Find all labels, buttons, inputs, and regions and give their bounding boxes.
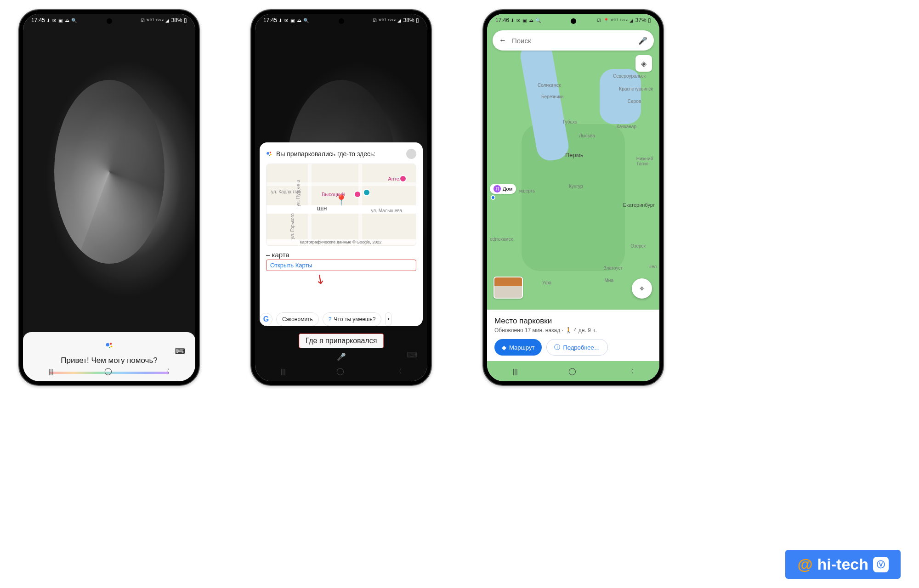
- keyboard-icon[interactable]: ⌨: [407, 351, 417, 359]
- open-maps-link[interactable]: Открыть Карты: [266, 260, 416, 271]
- streetview-thumbnail[interactable]: [494, 277, 523, 299]
- city-label: Нижний Тагил: [636, 156, 653, 166]
- map-name: – карта: [266, 251, 416, 259]
- layers-button[interactable]: ◈: [635, 55, 652, 72]
- home-label: Дом: [503, 186, 512, 192]
- svg-point-2: [110, 345, 112, 347]
- status-left-icons: ⬇ ✉ ▣ ⛰ 🔍: [511, 18, 541, 23]
- street-label: ул. Горького: [290, 213, 295, 239]
- mic-icon[interactable]: 🎤: [337, 352, 346, 361]
- status-time: 17:46: [495, 17, 509, 23]
- nav-home[interactable]: ◯: [568, 367, 576, 375]
- layers-icon: ◈: [641, 59, 647, 68]
- place-title: Место парковки: [494, 317, 652, 326]
- phone-google-maps: Пермь Соликамск Березники Губаха Кунгур …: [482, 9, 664, 386]
- city-label: Лысьва: [579, 133, 595, 138]
- status-left-icons: ⬇ ✉ ▣ ⛰ 🔍: [46, 18, 77, 23]
- nav-recents[interactable]: |||: [48, 368, 54, 375]
- city-label: Уфа: [542, 280, 551, 285]
- chip-help[interactable]: ?Что ты умеешь?: [323, 312, 382, 326]
- phone-assistant-greeting: 17:45 ⬇ ✉ ▣ ⛰ 🔍 ☑ ᵂⁱᶠⁱ ˡᵗᵉ² ◢ 38% ▯ Прив…: [18, 9, 200, 386]
- svg-point-7: [269, 155, 270, 156]
- city-label: Серов: [628, 99, 641, 104]
- more-info-button[interactable]: ⓘПодробнее…: [546, 339, 607, 356]
- wallpaper: [23, 14, 195, 381]
- city-label: Екатеринбург: [623, 202, 655, 208]
- mini-map[interactable]: ул. Пушкина ул. Карла Либ ул. Малышева у…: [266, 164, 416, 246]
- city-label: Соликамск: [538, 83, 561, 88]
- watermark-at: @: [797, 555, 812, 573]
- nav-bar: ||| ◯ 〈: [487, 361, 659, 381]
- crosshair-icon: ⌖: [640, 284, 644, 294]
- city-label: Североуральск: [613, 74, 646, 79]
- nav-back[interactable]: 〈: [395, 367, 402, 376]
- status-time: 17:45: [263, 17, 277, 23]
- center-label: ЦЕН: [317, 206, 327, 211]
- google-chip[interactable]: G: [260, 313, 272, 326]
- search-input[interactable]: [512, 37, 633, 45]
- phone-assistant-parking-result: 17:45 ⬇ ✉ ▣ ⛰ 🔍 ☑ ᵂⁱᶠⁱ ˡᵗᵉ² ◢ 38% ▯ Вы п…: [250, 9, 432, 386]
- voice-search-icon[interactable]: 🎤: [638, 36, 647, 45]
- city-label: Златоуст: [603, 266, 623, 271]
- city-label: Озёрск: [630, 243, 646, 249]
- status-right-icons: ☑ ᵂⁱᶠⁱ ˡᵗᵉ² ◢: [141, 18, 170, 23]
- city-label: Кунгур: [569, 184, 583, 189]
- city-label: Березники: [541, 94, 564, 99]
- nav-back[interactable]: 〈: [163, 367, 170, 376]
- directions-button[interactable]: ◆Маршрут: [494, 339, 542, 356]
- hotel-icon: [354, 191, 361, 198]
- street-label: ул. Карла Либ: [271, 189, 301, 194]
- nav-home[interactable]: ◯: [104, 367, 112, 375]
- watermark: @ hi-tech ⓥ: [785, 550, 901, 579]
- city-label: ефтекамск: [490, 237, 513, 242]
- svg-point-1: [109, 343, 112, 345]
- nav-back[interactable]: 〈: [627, 367, 634, 376]
- my-location-button[interactable]: ⌖: [632, 278, 652, 299]
- status-time: 17:45: [31, 17, 45, 23]
- my-location-dot: [491, 195, 495, 200]
- assistant-result-card: Вы припарковались где-то здесь: ул. Пушк…: [260, 142, 423, 326]
- card-title: Вы припарковались где-то здесь:: [276, 150, 403, 158]
- nav-recents[interactable]: |||: [512, 368, 518, 375]
- directions-icon: ◆: [502, 344, 506, 351]
- city-label: Губаха: [563, 119, 577, 124]
- watermark-text: hi-tech: [817, 555, 868, 573]
- user-avatar[interactable]: [406, 149, 416, 159]
- svg-point-4: [267, 152, 269, 155]
- svg-point-3: [109, 347, 110, 348]
- place-subtitle: Обновлено 17 мин. назад · 🚶 4 дн. 9 ч.: [494, 327, 652, 334]
- camera-notch: [571, 18, 576, 24]
- user-query[interactable]: Где я припарковался: [299, 334, 384, 348]
- hotel-icon: [399, 175, 407, 182]
- search-bar[interactable]: ← 🎤: [493, 30, 654, 51]
- svg-point-5: [270, 152, 272, 153]
- status-battery: 38%: [403, 17, 414, 23]
- city-label: Пермь: [565, 152, 584, 158]
- back-arrow-icon[interactable]: ←: [499, 36, 506, 45]
- city-label: Чел: [648, 264, 657, 269]
- city-label: Качканар: [617, 124, 636, 129]
- walk-icon: 🚶: [565, 327, 572, 334]
- chip-more[interactable]: •: [385, 312, 391, 326]
- map-pin-icon: 📍: [335, 194, 347, 206]
- status-right-icons: ☑ ᵂⁱᶠⁱ ˡᵗᵉ² ◢: [373, 18, 402, 23]
- camera-notch: [339, 18, 344, 24]
- suggestion-chips: G Сэкономить ?Что ты умеешь? •: [260, 312, 423, 326]
- nav-recents[interactable]: |||: [280, 368, 286, 375]
- city-label: Миа: [605, 278, 613, 283]
- nav-home[interactable]: ◯: [336, 367, 344, 375]
- camera-notch: [107, 18, 112, 24]
- chip-save[interactable]: Сэкономить: [276, 312, 319, 326]
- vk-badge-icon: ⓥ: [873, 557, 889, 572]
- status-left-icons: ⬇ ✉ ▣ ⛰ 🔍: [278, 18, 309, 23]
- svg-point-6: [270, 154, 272, 155]
- city-label: ишерть: [519, 188, 535, 193]
- info-icon: ⓘ: [554, 343, 560, 351]
- nav-bar: ||| ◯ 〈: [23, 361, 195, 381]
- keyboard-icon[interactable]: ⌨: [175, 347, 185, 356]
- nav-bar: ||| ◯ 〈: [255, 361, 427, 381]
- map-attribution: Картографические данные © Google, 2022.: [267, 239, 416, 245]
- home-chip[interactable]: Я Дом: [490, 184, 516, 194]
- place-bottom-sheet[interactable]: Место парковки Обновлено 17 мин. назад ·…: [487, 310, 659, 361]
- city-label: Краснотурьинск: [619, 86, 653, 91]
